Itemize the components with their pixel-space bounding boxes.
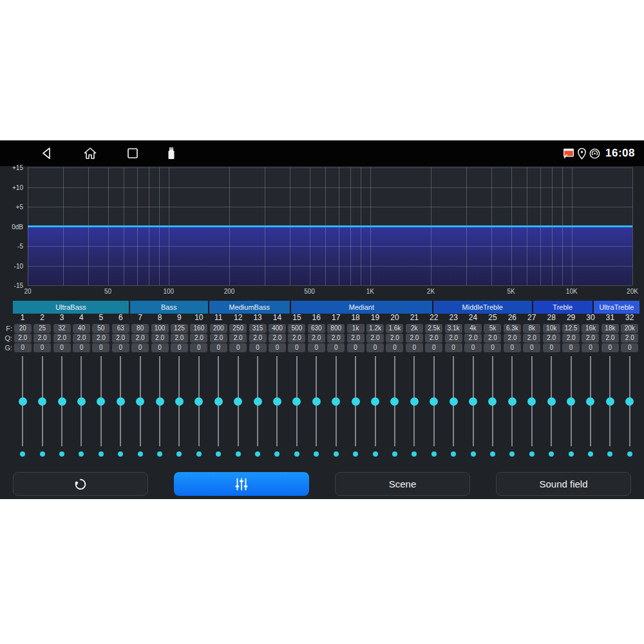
- band-gain-slider[interactable]: [327, 356, 346, 446]
- band-gain-value[interactable]: 0: [190, 343, 207, 352]
- slider-knob[interactable]: [430, 397, 438, 406]
- slider-knob[interactable]: [175, 397, 184, 406]
- band-gain-slider[interactable]: [600, 356, 620, 446]
- band-gain-slider[interactable]: [189, 356, 209, 446]
- band-gain-value[interactable]: 0: [229, 343, 247, 352]
- band-frequency-value[interactable]: 5k: [484, 324, 501, 333]
- slider-knob[interactable]: [488, 397, 497, 406]
- slider-knob[interactable]: [371, 397, 379, 406]
- slider-knob[interactable]: [606, 397, 614, 406]
- slider-knob[interactable]: [292, 397, 301, 406]
- slider-knob[interactable]: [469, 397, 477, 406]
- band-group-middletreble[interactable]: MiddleTreble: [433, 301, 533, 314]
- eq-button[interactable]: [174, 472, 309, 496]
- band-frequency-value[interactable]: 3.1k: [445, 324, 462, 333]
- band-frequency-value[interactable]: 8k: [523, 324, 540, 333]
- band-frequency-value[interactable]: 2.5k: [425, 324, 442, 333]
- band-gain-slider[interactable]: [463, 356, 482, 446]
- band-gain-value[interactable]: 0: [269, 343, 286, 352]
- band-frequency-value[interactable]: 80: [131, 324, 149, 333]
- band-gain-value[interactable]: 0: [543, 343, 560, 352]
- band-q-value[interactable]: 2.0: [33, 334, 51, 343]
- band-group-treble[interactable]: Treble: [533, 301, 594, 314]
- slider-knob[interactable]: [567, 397, 575, 406]
- band-q-value[interactable]: 2.0: [523, 334, 540, 343]
- band-q-value[interactable]: 2.0: [190, 334, 207, 343]
- band-gain-slider[interactable]: [32, 356, 52, 446]
- band-q-value[interactable]: 2.0: [386, 334, 403, 343]
- band-frequency-value[interactable]: 25: [33, 324, 51, 333]
- band-gain-value[interactable]: 0: [425, 343, 442, 352]
- home-icon[interactable]: [82, 146, 98, 161]
- band-gain-slider[interactable]: [130, 356, 149, 446]
- band-frequency-value[interactable]: 315: [249, 324, 267, 333]
- band-group-mediumbass[interactable]: MediumBass: [209, 301, 291, 314]
- band-frequency-value[interactable]: 800: [327, 324, 345, 333]
- band-gain-slider[interactable]: [365, 356, 384, 446]
- band-gain-slider[interactable]: [169, 356, 189, 446]
- band-frequency-value[interactable]: 400: [269, 324, 286, 333]
- band-gain-value[interactable]: 0: [210, 343, 227, 352]
- band-gain-slider[interactable]: [385, 356, 404, 446]
- band-gain-value[interactable]: 0: [112, 343, 129, 352]
- band-gain-value[interactable]: 0: [347, 343, 365, 352]
- band-q-value[interactable]: 2.0: [131, 334, 149, 343]
- band-q-value[interactable]: 2.0: [406, 334, 423, 343]
- band-gain-value[interactable]: 0: [33, 343, 51, 352]
- band-gain-value[interactable]: 0: [327, 343, 345, 352]
- band-gain-slider[interactable]: [248, 356, 267, 446]
- band-frequency-value[interactable]: 1.2k: [366, 324, 384, 333]
- band-gain-slider[interactable]: [111, 356, 130, 446]
- slider-knob[interactable]: [410, 397, 419, 406]
- slider-knob[interactable]: [273, 397, 281, 406]
- band-q-value[interactable]: 2.0: [582, 334, 599, 343]
- slider-knob[interactable]: [586, 397, 594, 406]
- band-gain-value[interactable]: 0: [288, 343, 305, 352]
- band-group-mediant[interactable]: Mediant: [291, 301, 433, 314]
- band-q-value[interactable]: 2.0: [347, 334, 365, 343]
- band-gain-slider[interactable]: [13, 356, 32, 446]
- band-group-ultrabass[interactable]: UltraBass: [13, 301, 130, 314]
- band-frequency-value[interactable]: 1k: [347, 324, 365, 333]
- band-q-value[interactable]: 2.0: [269, 334, 286, 343]
- slider-knob[interactable]: [194, 397, 203, 406]
- band-q-value[interactable]: 2.0: [562, 334, 580, 343]
- band-gain-value[interactable]: 0: [562, 343, 580, 352]
- slider-knob[interactable]: [254, 397, 262, 406]
- sound-field-button[interactable]: Sound field: [496, 472, 631, 496]
- band-gain-value[interactable]: 0: [53, 343, 71, 352]
- band-q-value[interactable]: 2.0: [53, 334, 71, 343]
- band-gain-value[interactable]: 0: [73, 343, 90, 352]
- band-gain-slider[interactable]: [502, 356, 522, 446]
- band-gain-value[interactable]: 0: [308, 343, 325, 352]
- slider-knob[interactable]: [352, 397, 360, 406]
- band-q-value[interactable]: 2.0: [601, 334, 619, 343]
- slider-knob[interactable]: [214, 397, 223, 406]
- band-gain-value[interactable]: 0: [92, 343, 109, 352]
- band-q-value[interactable]: 2.0: [327, 334, 345, 343]
- band-gain-slider[interactable]: [150, 356, 169, 446]
- band-gain-value[interactable]: 0: [151, 343, 169, 352]
- slider-knob[interactable]: [136, 397, 144, 406]
- band-q-value[interactable]: 2.0: [308, 334, 325, 343]
- reset-button[interactable]: [13, 472, 148, 496]
- band-q-value[interactable]: 2.0: [288, 334, 305, 343]
- band-frequency-value[interactable]: 20k: [621, 324, 638, 333]
- band-q-value[interactable]: 2.0: [621, 334, 638, 343]
- band-frequency-value[interactable]: 32: [53, 324, 71, 333]
- band-gain-value[interactable]: 0: [386, 343, 403, 352]
- band-gain-slider[interactable]: [209, 356, 228, 446]
- band-gain-slider[interactable]: [307, 356, 326, 446]
- band-gain-slider[interactable]: [228, 356, 247, 446]
- band-q-value[interactable]: 2.0: [425, 334, 442, 343]
- band-frequency-value[interactable]: 250: [229, 324, 247, 333]
- band-frequency-value[interactable]: 4k: [464, 324, 482, 333]
- band-frequency-value[interactable]: 50: [92, 324, 109, 333]
- band-gain-value[interactable]: 0: [582, 343, 599, 352]
- slider-knob[interactable]: [117, 397, 125, 406]
- band-q-value[interactable]: 2.0: [112, 334, 129, 343]
- band-gain-value[interactable]: 0: [445, 343, 462, 352]
- back-icon[interactable]: [39, 146, 55, 161]
- band-frequency-value[interactable]: 2k: [406, 324, 423, 333]
- band-gain-slider[interactable]: [287, 356, 307, 446]
